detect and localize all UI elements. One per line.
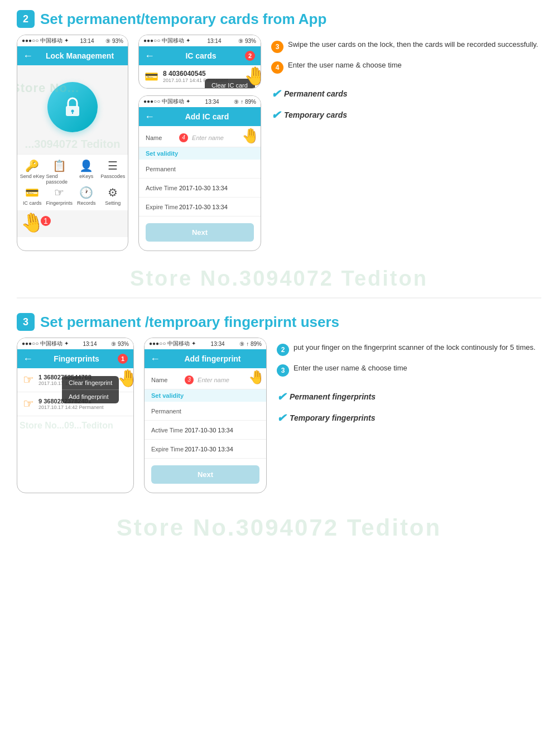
fp-expire-time-row: Expire Time 2017-10-30 13:34 bbox=[145, 440, 266, 459]
status-bar-3: ●●●○○ 中国移动 ✦ 13:34 ⑨ ↑ 89% bbox=[139, 96, 261, 107]
hand-area-1: 🤚 1 bbox=[17, 210, 128, 237]
fp-instr-step2: 2 put your finger on the fingerprint sca… bbox=[277, 343, 541, 356]
phone-add-ic: ●●●○○ 中国移动 ✦ 13:34 ⑨ ↑ 89% ← Add IC card… bbox=[138, 95, 261, 251]
fp-instr-step3: 3 Enter the user name & choose time bbox=[277, 364, 541, 377]
temporary-card-label: Temporary cards bbox=[284, 110, 347, 119]
nav-bar-1: ← Lock Management bbox=[17, 46, 128, 65]
badge4: 4 bbox=[179, 133, 188, 142]
back-arrow-1[interactable]: ← bbox=[23, 50, 33, 62]
battery-1: ⑨ 93% bbox=[105, 38, 123, 44]
hand-tap-3: 🤚 bbox=[242, 127, 259, 145]
temporary-fp-label: Temporary fingerprints bbox=[290, 413, 376, 422]
icon-ekeys[interactable]: 👤 eKeys bbox=[74, 159, 99, 185]
instr-step3: 3 Swipe the user cards on the lock, then… bbox=[271, 40, 541, 53]
ic-list-item-1[interactable]: 💳 8 4036040545 2017.10.17 14:41 Permanen… bbox=[139, 65, 261, 88]
ic-list: 💳 8 4036040545 2017.10.17 14:41 Permanen… bbox=[139, 65, 261, 88]
section2-header: 2 Set permanent/temporary cards from App bbox=[0, 0, 558, 35]
back-arrow-2[interactable]: ← bbox=[145, 50, 155, 62]
hand-tap-2: 🤚 bbox=[244, 65, 261, 86]
check-icon-temporary: ✔ bbox=[271, 108, 281, 122]
check-icon-permanent: ✔ bbox=[271, 87, 281, 100]
section3-instructions: 2 put your finger on the fingerprint sca… bbox=[277, 338, 541, 493]
fp-active-time-row: Active Time 2017-10-30 13:34 bbox=[145, 421, 266, 440]
nav-badge-2: 2 bbox=[245, 51, 255, 61]
section3-content: ●●●○○ 中国移动 ✦ 13:14 ⑨ 93% ← Fingerprints … bbox=[0, 338, 558, 504]
icon-ic-cards[interactable]: 💳 IC cards bbox=[20, 186, 45, 206]
divider bbox=[17, 297, 541, 298]
clear-fingerprint[interactable]: Clear fingerprint bbox=[62, 376, 119, 390]
nav-bar-2: ← IC cards 2 bbox=[139, 46, 261, 65]
back-arrow-3[interactable]: ← bbox=[145, 111, 155, 123]
lock-circle bbox=[47, 82, 98, 132]
temporary-fp-row: ✔ Temporary fingerprints bbox=[277, 411, 541, 425]
nav-bar-3: ← Add IC card bbox=[139, 107, 261, 126]
status-bar-5: ●●●○○ 中国移动 ✦ 13:34 ⑨ ↑ 89% bbox=[145, 338, 266, 349]
nav-bar-5: ← Add fingerprint bbox=[145, 349, 266, 368]
badge3: 3 bbox=[185, 375, 194, 384]
icon-setting[interactable]: ⚙ Setting bbox=[100, 186, 126, 206]
add-ic-form: Name 4 Enter name 🤚 Set validity Permane… bbox=[139, 126, 261, 251]
expire-time-row: Expire Time 2017-10-30 13:34 bbox=[139, 198, 261, 216]
nav-title-3: Add IC card bbox=[159, 112, 255, 121]
watermark-section2: Store No.3094072 Tediton bbox=[0, 262, 558, 293]
add-fp-form: Name 3 Enter name 🤚 Set validity Permane… bbox=[145, 368, 266, 493]
section3-title: Set permanent /temproary fingerpirnt use… bbox=[40, 314, 339, 331]
phone-fingerprints: ●●●○○ 中国移动 ✦ 13:14 ⑨ 93% ← Fingerprints … bbox=[17, 338, 134, 493]
icon-records[interactable]: 🕐 Records bbox=[74, 186, 99, 206]
status-bar-1: ●●●○○ 中国移动 ✦ 13:14 ⑨ 93% bbox=[17, 35, 128, 46]
section2-content: ●●●○○ 中国移动 ✦ 13:14 ⑨ 93% ← Lock Manageme… bbox=[0, 35, 558, 262]
nav-title-1: Lock Management bbox=[37, 51, 122, 60]
hand-tap-icon: 🤚 bbox=[19, 210, 46, 236]
name-row: Name 4 Enter name 🤚 bbox=[139, 128, 261, 147]
temporary-card-row: ✔ Temporary cards bbox=[271, 108, 541, 122]
watermark-bottom: Store No.3094072 Tediton bbox=[0, 504, 558, 547]
icon-passcodes[interactable]: ☰ Passcodes bbox=[100, 159, 126, 185]
hand-tap-4: 🤚 bbox=[117, 368, 134, 388]
next-button-fp[interactable]: Next bbox=[151, 465, 259, 484]
nav-title-4: Fingerprints bbox=[37, 354, 116, 363]
fp-step3-text: Enter the user name & choose time bbox=[294, 364, 407, 372]
section2-instructions: 3 Swipe the user cards on the lock, then… bbox=[271, 35, 541, 251]
nav-title-5: Add fingerprint bbox=[165, 354, 261, 363]
permanent-fp-row: ✔ Permanent fingerprints bbox=[277, 390, 541, 403]
nav-title-2: IC cards bbox=[159, 51, 243, 60]
fp-icon-2: ☞ bbox=[23, 397, 34, 411]
carrier-1: ●●●○○ 中国移动 ✦ bbox=[22, 37, 69, 45]
nav-bar-4: ← Fingerprints 1 bbox=[17, 349, 133, 368]
hand-tap-5: 🤚 bbox=[248, 369, 265, 385]
section2-title: Set permanent/temporary cards from App bbox=[40, 11, 326, 28]
section3-num: 3 bbox=[17, 313, 35, 331]
step3-num: 3 bbox=[271, 41, 283, 53]
nav-badge-4: 1 bbox=[118, 354, 128, 364]
fp-list-item-1[interactable]: ☞ 1 36802752544768 2017.10.17 14:24 Perm… bbox=[17, 368, 133, 392]
next-button-ic[interactable]: Next bbox=[146, 223, 254, 242]
check-icon-temporary-fp: ✔ bbox=[277, 411, 286, 425]
permanent-card-label: Permanent cards bbox=[284, 89, 348, 98]
fp-list: ☞ 1 36802752544768 2017.10.17 14:24 Perm… bbox=[17, 368, 133, 416]
section3-header: 3 Set permanent /temproary fingerpirnt u… bbox=[0, 303, 558, 338]
validity-label-bar: Set validity bbox=[139, 147, 261, 160]
lock-body: Store No... ...3094072 Tediton bbox=[17, 65, 128, 154]
instr-step4: 4 Enter the user name & choose time bbox=[271, 61, 541, 74]
icon-send-ekey[interactable]: 🔑 Send eKey bbox=[20, 159, 45, 185]
back-arrow-4[interactable]: ← bbox=[23, 353, 33, 365]
time-1: 13:14 bbox=[80, 38, 94, 44]
fp-step2-num: 2 bbox=[277, 344, 289, 356]
permanent-card-row: ✔ Permanent cards bbox=[271, 87, 541, 100]
add-fingerprint[interactable]: Add fingerprint bbox=[62, 390, 119, 403]
active-time-row: Active Time 2017-10-30 13:34 bbox=[139, 179, 261, 198]
section2-num: 2 bbox=[17, 10, 35, 28]
watermark-text-1: Store No.3094072 Tediton bbox=[0, 267, 558, 291]
check-icon-permanent-fp: ✔ bbox=[277, 390, 286, 403]
step4-text: Enter the user name & choose time bbox=[288, 61, 402, 69]
icon-fingerprints[interactable]: ☞ Fingerprints bbox=[46, 186, 73, 206]
fp-icon-1: ☞ bbox=[23, 373, 34, 387]
icon-send-passcode[interactable]: 📋 Send passcode bbox=[46, 159, 73, 185]
phone-lock-management: ●●●○○ 中国移动 ✦ 13:14 ⑨ 93% ← Lock Manageme… bbox=[17, 35, 128, 251]
ic-card-icon: 💳 bbox=[145, 70, 158, 83]
back-arrow-5[interactable]: ← bbox=[150, 353, 160, 365]
step3-text: Swipe the user cards on the lock, then t… bbox=[288, 40, 538, 49]
permanent-fp-label: Permanent fingerprints bbox=[290, 392, 376, 401]
permanent-row: Permanent bbox=[139, 160, 261, 179]
watermark-text-bottom: Store No.3094072 Tediton bbox=[0, 514, 558, 541]
